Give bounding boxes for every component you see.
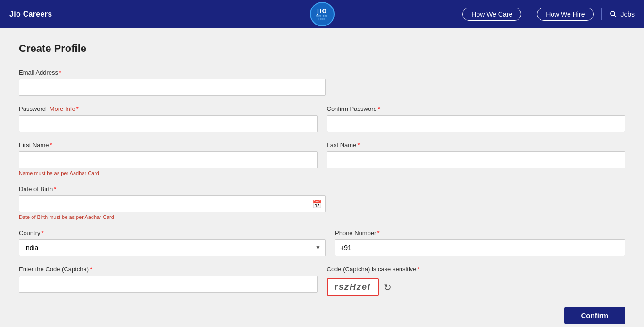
last-name-label: Last Name* [327, 142, 626, 149]
country-required: * [42, 229, 44, 236]
password-row: Password More Info* Confirm Password* [19, 105, 625, 142]
dob-group: Date of Birth* 📅 Date of Birth must be a… [19, 185, 625, 220]
confirm-password-required: * [378, 105, 380, 112]
dob-required: * [54, 185, 56, 193]
dob-label: Date of Birth* [19, 185, 625, 193]
country-phone-row: Country* India USA UK Others ▼ Phone Num… [19, 229, 625, 266]
last-name-input[interactable] [327, 151, 626, 168]
country-select-wrapper: India USA UK Others ▼ [19, 239, 326, 256]
password-required: * [76, 105, 79, 112]
captcha-code-group: Code (Captcha) is case sensitive* rszHze… [327, 266, 626, 297]
confirm-password-group: Confirm Password* [327, 105, 626, 132]
email-group: Email Address* [19, 69, 625, 96]
email-required: * [59, 69, 61, 76]
captcha-code-label: Code (Captcha) is case sensitive* [327, 266, 420, 273]
jio-logo: jio DIGITALLIFE [310, 2, 335, 26]
captcha-section: Enter the Code (Captcha)* Code (Captcha)… [19, 266, 625, 302]
password-group: Password More Info* [19, 105, 318, 132]
confirm-button[interactable]: Confirm [564, 307, 626, 324]
first-name-input[interactable] [19, 151, 318, 168]
last-name-group: Last Name* [327, 142, 626, 176]
nav-divider-1 [529, 8, 529, 20]
captcha-display-row: rszHzel ↻ [327, 278, 420, 296]
logo-container: jio DIGITALLIFE [310, 2, 335, 26]
phone-number-input[interactable] [368, 239, 625, 256]
how-we-care-button[interactable]: How We Care [462, 8, 521, 21]
main-content: Create Profile Email Address* Password M… [0, 28, 644, 327]
confirm-row: Confirm [19, 307, 625, 324]
captcha-input-group: Enter the Code (Captcha)* [19, 266, 318, 293]
first-name-hint: Name must be as per Aadhar Card [19, 170, 318, 176]
captcha-code-wrapper: Code (Captcha) is case sensitive* rszHze… [327, 266, 420, 296]
password-label: Password More Info* [19, 105, 318, 112]
phone-group: Phone Number* +91 [335, 229, 625, 256]
dob-input-wrapper: 📅 [19, 195, 326, 212]
brand-title: Jio Careers [9, 10, 52, 18]
phone-input-row: +91 [335, 239, 625, 256]
first-name-label: First Name* [19, 142, 318, 149]
phone-prefix: +91 [335, 239, 368, 256]
country-group: Country* India USA UK Others ▼ [19, 229, 326, 256]
password-input[interactable] [19, 115, 318, 132]
country-label: Country* [19, 229, 326, 236]
header: Jio Careers jio DIGITALLIFE How We Care … [0, 0, 644, 28]
email-input[interactable] [19, 79, 326, 96]
nav-divider-2 [601, 8, 602, 20]
search-icon [609, 10, 618, 18]
phone-label: Phone Number* [335, 229, 625, 236]
svg-point-0 [611, 11, 615, 16]
phone-required: * [377, 229, 379, 236]
refresh-captcha-icon[interactable]: ↻ [384, 282, 392, 293]
search-button[interactable]: Jobs [609, 10, 635, 18]
how-we-hire-button[interactable]: How We Hire [537, 8, 594, 21]
country-select[interactable]: India USA UK Others [19, 239, 326, 256]
header-nav: How We Care How We Hire Jobs [462, 8, 635, 21]
name-row: First Name* Name must be as per Aadhar C… [19, 142, 625, 185]
captcha-code-required: * [418, 266, 420, 273]
dob-input[interactable] [19, 195, 326, 212]
jio-logo-sub: DIGITALLIFE [316, 15, 328, 21]
svg-line-1 [614, 15, 616, 17]
captcha-input-label: Enter the Code (Captcha)* [19, 266, 318, 273]
first-name-required: * [50, 142, 52, 149]
email-label: Email Address* [19, 69, 625, 76]
captcha-input-required: * [90, 266, 92, 273]
captcha-input[interactable] [19, 276, 318, 293]
page-title: Create Profile [19, 42, 625, 55]
first-name-group: First Name* Name must be as per Aadhar C… [19, 142, 318, 176]
more-info-link[interactable]: More Info [50, 105, 75, 112]
dob-hint: Date of Birth must be as per Aadhar Card [19, 214, 625, 220]
confirm-password-input[interactable] [327, 115, 626, 132]
last-name-required: * [357, 142, 360, 149]
confirm-password-label: Confirm Password* [327, 105, 626, 112]
jobs-link[interactable]: Jobs [620, 10, 635, 18]
captcha-code-display: rszHzel [327, 278, 379, 296]
jio-logo-text: jio [317, 7, 327, 15]
